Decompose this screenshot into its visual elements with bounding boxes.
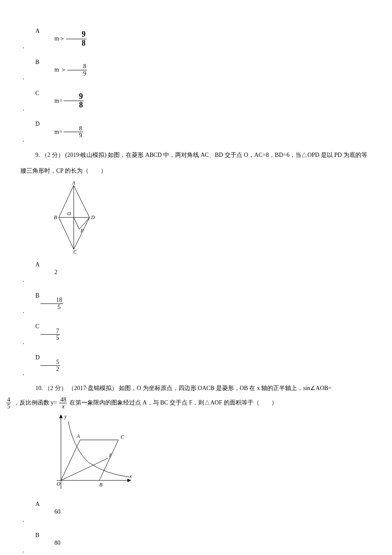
- fraction: 9 8: [63, 92, 84, 110]
- fraction: 9 8: [66, 30, 86, 48]
- option-text: 80: [40, 535, 61, 551]
- option-text: 60: [40, 504, 61, 520]
- option-label: B ．: [20, 528, 40, 555]
- svg-text:A: A: [76, 433, 80, 439]
- option-label: B ．: [20, 55, 40, 86]
- q9-stem: 9. （2 分） (2019·岐山模拟) 如图，在菱形 ABCD 中，两对角线 …: [20, 147, 372, 179]
- q9-option-a: A ． 2: [20, 257, 372, 288]
- q8-option-a: A ． m＞ 9 8: [20, 23, 372, 55]
- option-label: C ．: [20, 319, 40, 350]
- svg-text:x: x: [129, 473, 132, 479]
- q10-figure: y x O A C B F: [50, 412, 372, 493]
- q10-option-a: A ． 60: [20, 497, 372, 528]
- q10-post: 在第一象限内的图象经过点 A，与 BC 交于点 F，则△AOF 的面积等于（ ）: [69, 399, 277, 406]
- fraction-sin: 4 5: [6, 396, 11, 410]
- svg-line-1: [59, 217, 74, 249]
- q9-option-d: D ． 5 2: [20, 350, 372, 381]
- svg-line-3: [74, 185, 89, 217]
- svg-text:C: C: [121, 434, 124, 440]
- svg-text:A: A: [72, 181, 75, 186]
- q8-option-d: D ． m= 8 9: [20, 116, 372, 147]
- svg-text:C: C: [73, 249, 77, 254]
- fraction: 18 5: [40, 297, 63, 310]
- svg-line-18: [61, 440, 80, 480]
- q9-option-b: B ． 18 5: [20, 288, 372, 319]
- svg-marker-17: [127, 479, 131, 482]
- option-text: 2: [40, 265, 58, 280]
- option-prefix: m=: [40, 93, 63, 109]
- option-prefix: m=: [40, 124, 63, 140]
- fraction: 8 9: [67, 63, 87, 77]
- option-label: B ．: [20, 288, 40, 319]
- q10-option-b: B ． 80: [20, 528, 372, 555]
- option-label: D ．: [20, 350, 40, 381]
- option-label: A ．: [20, 257, 40, 288]
- option-prefix: m＞: [40, 31, 65, 46]
- svg-text:B: B: [99, 482, 103, 488]
- option-label: A ．: [20, 23, 40, 55]
- svg-text:D: D: [91, 214, 95, 220]
- svg-text:B: B: [54, 214, 57, 220]
- q9-option-c: C ． 7 5: [20, 319, 372, 350]
- svg-text:F: F: [109, 452, 112, 458]
- option-label: C ．: [20, 86, 40, 117]
- svg-text:O: O: [57, 481, 61, 487]
- fraction: 7 5: [40, 328, 60, 341]
- fraction: 8 9: [63, 125, 83, 139]
- q10-mid: ，反比例函数 y=: [14, 399, 59, 406]
- option-label: D ．: [20, 116, 40, 147]
- q10-stem: 10. （2 分） （2017·盘锦模拟） 如图，O 为坐标原点，四边形 OAC…: [20, 381, 372, 410]
- svg-marker-15: [59, 414, 63, 418]
- document-page: A ． m＞ 9 8 B ． m ＞ 8 9 C ． m= 9 8 D ． m=…: [0, 0, 392, 555]
- option-prefix: m ＞: [40, 62, 66, 78]
- option-label: A ．: [20, 497, 40, 528]
- svg-text:y: y: [64, 413, 67, 419]
- rhombus-diagram: A B C D O P: [50, 181, 97, 254]
- q9-figure: A B C D O P: [50, 181, 372, 254]
- fraction: 5 2: [40, 359, 60, 373]
- fraction-func: 48 x: [59, 396, 67, 410]
- q8-option-b: B ． m ＞ 8 9: [20, 55, 372, 86]
- svg-line-6: [74, 217, 79, 229]
- svg-text:P: P: [80, 228, 84, 234]
- coord-diagram: y x O A C B F: [50, 412, 135, 493]
- svg-line-0: [59, 185, 74, 217]
- q10-pre: 10. （2 分） （2017·盘锦模拟） 如图，O 为坐标原点，四边形 OAC…: [35, 385, 331, 391]
- q8-option-c: C ． m= 9 8: [20, 86, 372, 117]
- svg-text:O: O: [67, 211, 71, 217]
